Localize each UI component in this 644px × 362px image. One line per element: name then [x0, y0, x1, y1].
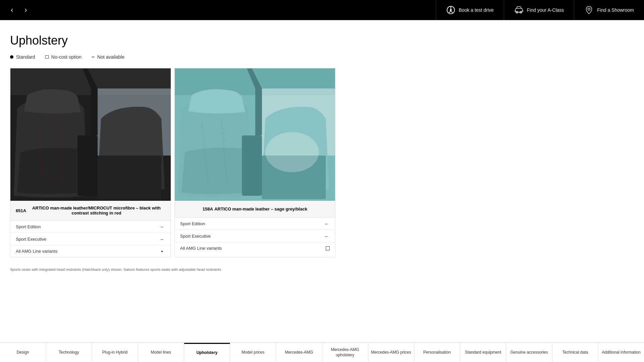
- variant-name: All AMG Line variants: [16, 249, 159, 254]
- card-desc-1: ARTICO man-made leather/MICROCUT microfi…: [28, 205, 165, 216]
- main-content: Upholstery Standard No-cost option – Not…: [0, 20, 644, 285]
- svg-point-20: [265, 132, 319, 172]
- legend-not-available: – Not available: [92, 54, 124, 60]
- header: ‹ › Book a test drive Find: [0, 0, 644, 20]
- variant-status: –: [159, 224, 165, 229]
- find-showroom-link[interactable]: Find a Showroom: [574, 0, 644, 20]
- variants-table-1: Sport Edition – Sport Executive – All AM…: [10, 221, 171, 257]
- nav-plugin-hybrid[interactable]: Plug-in Hybrid: [92, 343, 138, 362]
- legend-no-cost: No-cost option: [45, 54, 82, 60]
- variant-status: ●: [159, 249, 165, 253]
- upholstery-card-1: 651A ARTICO man-made leather/MICROCUT mi…: [10, 68, 171, 257]
- cards-container: 651A ARTICO man-made leather/MICROCUT mi…: [10, 68, 634, 257]
- nav-arrows: ‹ ›: [0, 3, 38, 17]
- nav-genuine-accessories[interactable]: Genuine accessories: [506, 343, 552, 362]
- find-a-class-link[interactable]: Find your A-Class: [504, 0, 574, 20]
- next-arrow[interactable]: ›: [20, 3, 31, 17]
- card-caption-1: 651A ARTICO man-made leather/MICROCUT mi…: [10, 201, 171, 221]
- card-desc-2: ARTICO man-made leather – sage grey/blac…: [214, 206, 307, 212]
- variant-name: Sport Executive: [16, 237, 159, 242]
- variant-row: All AMG Line variants ●: [10, 245, 171, 257]
- card-image-1: [10, 68, 171, 201]
- not-available-dash-icon: –: [92, 54, 95, 60]
- prev-arrow[interactable]: ‹: [7, 3, 17, 17]
- legend: Standard No-cost option – Not available: [10, 54, 634, 60]
- find-a-class-label: Find your A-Class: [527, 7, 564, 13]
- nav-mercedes-amg[interactable]: Mercedes-AMG: [276, 343, 322, 362]
- no-cost-label: No-cost option: [51, 54, 82, 60]
- variant-status: –: [323, 233, 330, 239]
- nav-model-lines[interactable]: Model lines: [138, 343, 184, 362]
- variant-row: Sport Executive –: [175, 230, 335, 242]
- variant-name: Sport Edition: [180, 221, 323, 226]
- book-test-drive-label: Book a test drive: [459, 7, 494, 13]
- variants-table-2: Sport Edition – Sport Executive – All AM…: [175, 218, 335, 254]
- nav-design[interactable]: Design: [0, 343, 46, 362]
- card-image-2: [175, 68, 335, 201]
- svg-point-9: [588, 8, 590, 10]
- svg-rect-13: [98, 156, 161, 199]
- book-test-drive-link[interactable]: Book a test drive: [436, 0, 504, 20]
- nav-mercedes-amg-prices[interactable]: Mercedes-AMG prices: [368, 343, 414, 362]
- nav-technology[interactable]: Technology: [46, 343, 92, 362]
- standard-dot-icon: [10, 55, 13, 59]
- card-code-1: 651A: [16, 208, 26, 213]
- svg-rect-19: [242, 135, 262, 196]
- no-cost-square-icon: [45, 55, 49, 59]
- nav-mercedes-amg-upholstery[interactable]: Mercedes-AMG upholstery: [322, 343, 368, 362]
- card-caption-2: 158A ARTICO man-made leather – sage grey…: [175, 201, 335, 218]
- bottom-nav: Design Technology Plug-in Hybrid Model l…: [0, 343, 644, 362]
- nav-additional-info[interactable]: Additional information: [598, 343, 644, 362]
- variant-name: Sport Executive: [180, 234, 323, 239]
- variant-row: Sport Edition –: [175, 218, 335, 230]
- upholstery-card-2: 158A ARTICO man-made leather – sage grey…: [174, 68, 335, 257]
- svg-line-4: [451, 11, 453, 13]
- nav-technical-data[interactable]: Technical data: [552, 343, 598, 362]
- header-actions: Book a test drive Find your A-Class Find…: [436, 0, 644, 20]
- interior-svg-1: [10, 68, 171, 201]
- location-icon: [584, 5, 594, 15]
- steering-wheel-icon: [446, 5, 455, 15]
- nav-model-prices[interactable]: Model prices: [230, 343, 276, 362]
- car-icon: [514, 5, 524, 15]
- variant-name: All AMG Line variants: [180, 246, 326, 251]
- interior-svg-2: [175, 68, 335, 201]
- nav-personalisation[interactable]: Personalisation: [414, 343, 460, 362]
- variant-name: Sport Edition: [16, 224, 159, 229]
- legend-standard: Standard: [10, 54, 35, 60]
- variant-row: All AMG Line variants: [175, 242, 335, 254]
- svg-rect-14: [77, 135, 98, 196]
- variant-status: [326, 246, 330, 250]
- nav-standard-equipment[interactable]: Standard equipment: [460, 343, 506, 362]
- standard-label: Standard: [16, 54, 35, 60]
- svg-line-3: [448, 11, 451, 13]
- footer-note: Sports seats with integrated head restra…: [10, 267, 634, 278]
- find-showroom-label: Find a Showroom: [597, 7, 634, 13]
- variant-status: –: [159, 236, 165, 242]
- svg-point-1: [450, 9, 452, 11]
- page-title: Upholstery: [10, 34, 634, 48]
- variant-status: –: [323, 221, 330, 226]
- variant-row: Sport Edition –: [10, 221, 171, 233]
- not-available-label: Not available: [97, 54, 124, 60]
- variant-row: Sport Executive –: [10, 233, 171, 245]
- nav-upholstery[interactable]: Upholstery: [184, 343, 230, 362]
- card-code-2: 158A: [203, 206, 213, 212]
